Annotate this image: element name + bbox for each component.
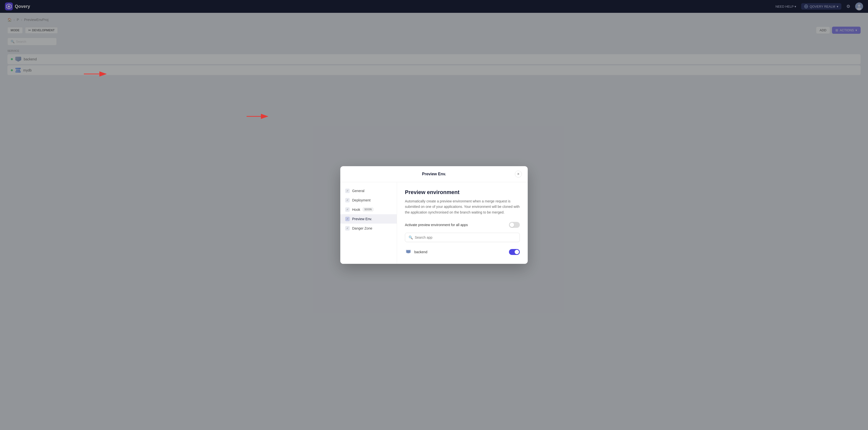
modal-header: Preview Env. ×: [340, 166, 528, 182]
check-icon-hook: ✓: [345, 207, 350, 212]
modal-overlay: Preview Env. × ✓ General ✓ Deployment ✓ …: [0, 0, 868, 430]
search-icon: 🔍: [409, 236, 413, 239]
sidebar-label-preview-env: Preview Env.: [352, 217, 372, 221]
toggle-thumb-backend: [515, 250, 519, 254]
toggle-thumb: [510, 223, 514, 227]
content-description: Automatically create a preview environme…: [405, 198, 520, 215]
sidebar-item-deployment[interactable]: ✓ Deployment: [340, 195, 397, 205]
check-icon-preview-env: ✓: [345, 217, 350, 221]
sidebar-item-preview-env[interactable]: ✓ Preview Env.: [340, 214, 397, 224]
app-icon-backend: [405, 249, 412, 255]
modal-body: ✓ General ✓ Deployment ✓ Hook SOON ✓ Pre…: [340, 182, 528, 264]
search-app-container: 🔍: [405, 233, 520, 242]
check-icon-danger-zone: ✓: [345, 226, 350, 231]
sidebar-label-hook: Hook: [352, 208, 360, 212]
toggle-all-row: Activate preview environment for all app…: [405, 222, 520, 228]
app-row-left: backend: [405, 249, 427, 255]
sidebar-item-danger-zone[interactable]: ✓ Danger Zone: [340, 224, 397, 233]
search-app-input[interactable]: [415, 236, 516, 239]
sidebar-label-deployment: Deployment: [352, 198, 371, 202]
modal-close-button[interactable]: ×: [515, 171, 522, 178]
toggle-backend[interactable]: [509, 249, 520, 255]
toggle-all-apps[interactable]: [509, 222, 520, 228]
content-title: Preview environment: [405, 189, 520, 195]
sidebar-item-hook[interactable]: ✓ Hook SOON: [340, 205, 397, 214]
backend-shield-icon: [405, 249, 412, 255]
modal-content: Preview environment Automatically create…: [397, 182, 528, 264]
app-name-backend: backend: [414, 250, 427, 254]
sidebar-label-danger-zone: Danger Zone: [352, 226, 372, 230]
app-row-backend: backend: [405, 247, 520, 257]
modal-dialog: Preview Env. × ✓ General ✓ Deployment ✓ …: [340, 166, 528, 264]
check-icon-deployment: ✓: [345, 198, 350, 203]
modal-title: Preview Env.: [353, 172, 515, 176]
sidebar-item-general[interactable]: ✓ General: [340, 186, 397, 195]
soon-badge: SOON: [363, 208, 373, 211]
check-icon-general: ✓: [345, 189, 350, 193]
toggle-all-label: Activate preview environment for all app…: [405, 223, 468, 227]
sidebar-label-general: General: [352, 189, 365, 193]
modal-sidebar: ✓ General ✓ Deployment ✓ Hook SOON ✓ Pre…: [340, 182, 397, 264]
